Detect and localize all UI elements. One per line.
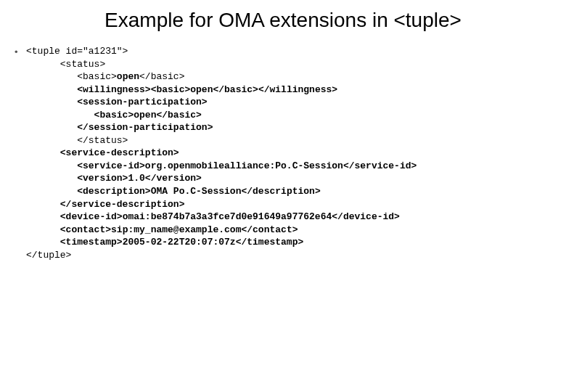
- code-tag-bold: <basic>: [26, 110, 134, 121]
- code-tag-bold: <session-participation>: [26, 97, 208, 107]
- code-tag-bold: </device-id>: [332, 211, 400, 222]
- code-tag-bold: <service-description>: [26, 147, 179, 158]
- code-tag: <basic>: [26, 71, 117, 82]
- code-tag-bold: </session-participation>: [26, 122, 213, 133]
- bullet-item: • <tuple id="a1231"> <status> <basic>ope…: [15, 45, 566, 261]
- code-tag-bold: <description>: [26, 186, 151, 197]
- code-value: org.openmobilealliance:Po.C-Session: [145, 160, 343, 171]
- code-tag: </basic>: [139, 71, 184, 82]
- code-value: sip:my_name@example.com: [111, 224, 241, 235]
- code-tag-bold: <version>: [26, 173, 128, 184]
- code-tag-bold: <service-id>: [26, 160, 145, 171]
- code-tag-bold: </description>: [241, 186, 320, 197]
- code-line: <status>: [26, 59, 105, 70]
- slide-title: Example for OMA extensions in <tuple>: [0, 0, 566, 45]
- code-tag-bold: <device-id>: [26, 211, 123, 222]
- code-tag-bold: </basic></willingness>: [213, 84, 337, 95]
- slide-content: • <tuple id="a1231"> <status> <basic>ope…: [0, 45, 566, 261]
- code-tag-bold: </service-id>: [343, 160, 417, 171]
- code-value: open: [190, 84, 213, 95]
- code-tag-bold: <contact>: [26, 224, 111, 235]
- code-tag-bold: </service-description>: [26, 199, 184, 210]
- bullet-marker: •: [15, 45, 26, 59]
- code-line: </tuple>: [26, 250, 71, 261]
- code-tag-bold: </contact>: [241, 224, 298, 235]
- code-tag-bold: <timestamp>: [26, 237, 123, 248]
- code-tag-bold: </basic>: [156, 110, 201, 121]
- code-value: omai:be874b7a3a3fce7d0e91649a97762e64: [123, 211, 332, 222]
- code-value: 1.0: [128, 173, 144, 184]
- code-block: <tuple id="a1231"> <status> <basic>open<…: [26, 45, 417, 261]
- code-tag-bold: </version>: [145, 173, 202, 184]
- code-line: <tuple id="a1231">: [26, 46, 128, 57]
- code-value: 2005-02-22T20:07:07z: [123, 237, 236, 248]
- code-value: open: [134, 110, 156, 121]
- code-tag-bold: <willingness><basic>: [26, 84, 190, 95]
- code-tag-bold: </timestamp>: [236, 237, 304, 248]
- code-value: OMA Po.C-Session: [151, 186, 242, 197]
- code-line: </status>: [26, 135, 128, 146]
- code-value: open: [117, 71, 139, 82]
